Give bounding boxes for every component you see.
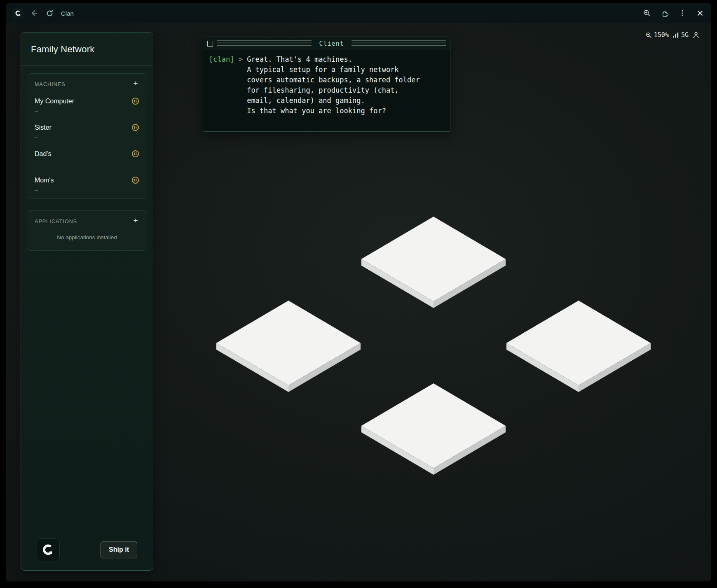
status-bar: 150% 5G — [645, 31, 700, 39]
canvas-area: 150% 5G Client [clan] > Great. That's 4 … — [6, 23, 711, 581]
client-terminal-window: Client [clan] > Great. That's 4 machines… — [203, 37, 450, 132]
machine-detail: – — [35, 134, 139, 140]
machine-status — [131, 97, 139, 105]
machine-status — [131, 150, 139, 158]
terminal-checkbox[interactable] — [207, 41, 213, 47]
machine-item[interactable]: My Computer– — [27, 93, 147, 119]
panel-title: Family Network — [31, 44, 143, 55]
menu-icon[interactable] — [678, 9, 687, 18]
terminal-titlebar[interactable]: Client — [203, 37, 450, 50]
clan-logo-icon — [12, 8, 23, 19]
extensions-icon[interactable] — [660, 9, 669, 18]
clan-logo-badge — [37, 538, 60, 561]
panel-footer: Ship it — [27, 531, 147, 570]
machine-item[interactable]: Mom's– — [27, 172, 147, 198]
clan-logo-icon — [42, 544, 54, 556]
machine-tile[interactable] — [361, 383, 506, 475]
person-icon — [692, 31, 700, 39]
terminal-prompt-separator: > — [234, 54, 247, 116]
machine-detail: – — [35, 160, 139, 167]
machine-name: My Computer — [35, 98, 74, 105]
close-icon[interactable] — [696, 9, 705, 18]
machine-tile[interactable] — [216, 301, 361, 392]
add-machine-button[interactable]: + — [131, 80, 140, 89]
machine-name: Dad's — [35, 150, 51, 158]
machine-status-icon — [131, 97, 139, 105]
browser-chrome: Clan — [6, 3, 711, 23]
titlebar-stripes-right — [351, 40, 446, 47]
machine-name: Sister — [35, 124, 52, 131]
page-title: Clan — [61, 10, 74, 17]
machine-status-icon — [131, 124, 139, 131]
ship-it-button[interactable]: Ship it — [101, 541, 137, 558]
terminal-line: covers automatic backups, a shared folde… — [247, 75, 420, 85]
machine-item[interactable]: Sister– — [27, 119, 147, 146]
magnifier-plus-icon — [645, 32, 652, 39]
machine-status-icon — [131, 150, 139, 158]
machine-detail: – — [35, 107, 139, 114]
machines-card: MACHINES + My Computer–Sister–Dad's–Mom'… — [27, 73, 147, 199]
zoom-icon[interactable] — [642, 9, 651, 18]
titlebar-stripes-left — [217, 40, 312, 47]
signal-bars-icon — [672, 32, 680, 38]
terminal-line: for filesharing, productivity (chat, — [247, 85, 420, 96]
terminal-lines: Great. That's 4 machines.A typical setup… — [247, 54, 420, 116]
reload-button[interactable] — [45, 9, 54, 18]
zoom-level-control[interactable]: 150% — [645, 31, 669, 39]
machine-status-icon — [131, 176, 139, 184]
machine-name: Mom's — [35, 177, 54, 184]
machine-status — [131, 124, 139, 131]
terminal-line: Great. That's 4 machines. — [247, 54, 420, 65]
terminal-line: Is that what you are looking for? — [247, 106, 420, 116]
zoom-level-label: 150% — [654, 31, 669, 39]
applications-empty-state: No applications installed — [27, 230, 147, 250]
applications-card: APPLICATIONS + No applications installed — [27, 210, 147, 251]
machine-tile[interactable] — [361, 217, 506, 308]
machine-status — [131, 176, 139, 184]
app-window: Clan 150% 5 — [6, 3, 711, 581]
machine-item[interactable]: Dad's– — [27, 146, 147, 172]
terminal-title: Client — [316, 40, 347, 47]
terminal-line: email, calendar) and gaming. — [247, 96, 420, 106]
machine-tile[interactable] — [506, 301, 651, 392]
machine-detail: – — [35, 187, 139, 193]
machines-list: My Computer–Sister–Dad's–Mom's– — [27, 93, 147, 198]
back-button[interactable] — [30, 9, 39, 18]
add-application-button[interactable]: + — [131, 217, 140, 226]
terminal-line: A typical setup for a family network — [247, 65, 420, 75]
machines-header: MACHINES — [35, 82, 66, 87]
family-network-panel: Family Network MACHINES + My Computer–Si… — [21, 32, 153, 571]
network-status: 5G — [672, 31, 689, 39]
user-menu[interactable] — [692, 31, 700, 39]
terminal-body: [clan] > Great. That's 4 machines.A typi… — [203, 50, 450, 120]
applications-header: APPLICATIONS — [35, 219, 77, 224]
terminal-prompt: [clan] — [209, 54, 234, 116]
network-label: 5G — [681, 31, 689, 39]
panel-header: Family Network — [21, 33, 153, 66]
